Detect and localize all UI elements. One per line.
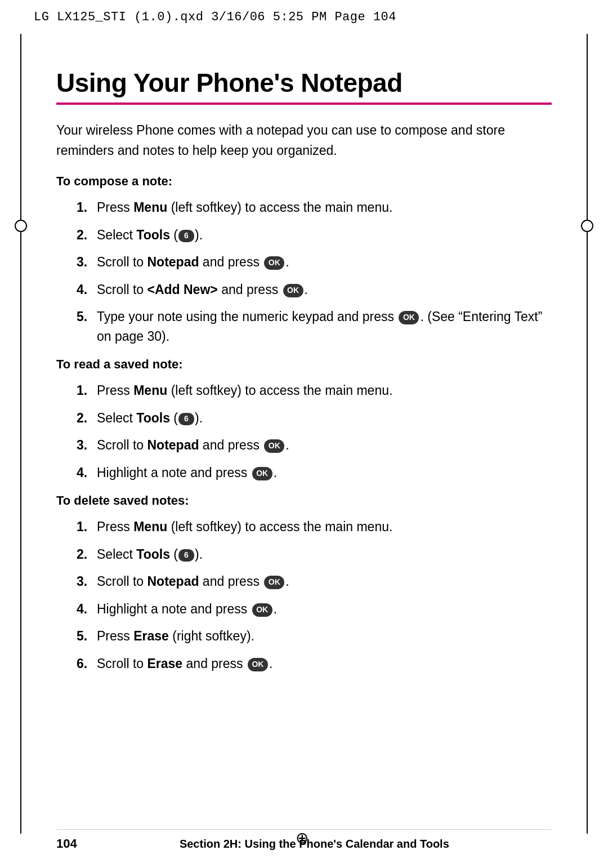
ok-button-icon: OK (264, 256, 284, 270)
list-item: 5. Press Erase (right softkey). (77, 626, 552, 646)
list-item: 2. Select Tools (6). (77, 225, 552, 245)
page-footer: 104 Section 2H: Using the Phone's Calend… (56, 829, 552, 851)
ok-button-icon: OK (252, 603, 272, 617)
list-item: 2. Select Tools (6). (77, 545, 552, 564)
intro-paragraph: Your wireless Phone comes with a notepad… (56, 121, 552, 161)
list-text: Scroll to Notepad and press OK. (97, 435, 552, 455)
list-text: Select Tools (6). (97, 545, 552, 564)
section-heading-compose: To compose a note: (56, 174, 552, 189)
list-item: 2. Select Tools (6). (77, 408, 552, 428)
list-text: Press Menu (left softkey) to access the … (97, 381, 552, 400)
list-text: Scroll to Notepad and press OK. (97, 572, 552, 591)
list-text: Press Menu (left softkey) to access the … (97, 198, 552, 217)
list-number: 5. (77, 626, 97, 646)
list-text: Select Tools (6). (97, 408, 552, 428)
list-item: 5. Type your note using the numeric keyp… (77, 307, 552, 346)
list-number: 4. (77, 599, 97, 619)
footer-page-number: 104 (56, 836, 77, 851)
circle-marker-right-1 (581, 220, 593, 232)
delete-list: 1. Press Menu (left softkey) to access t… (77, 517, 552, 673)
list-number: 4. (77, 463, 97, 483)
page-title: Using Your Phone's Notepad (56, 68, 552, 98)
list-text: Highlight a note and press OK. (97, 463, 552, 483)
list-item: 1. Press Menu (left softkey) to access t… (77, 381, 552, 400)
ok-button-icon: OK (283, 284, 303, 297)
number-badge: 6 (178, 413, 194, 425)
list-number: 5. (77, 307, 97, 327)
list-item: 4. Highlight a note and press OK. (77, 463, 552, 483)
list-item: 1. Press Menu (left softkey) to access t… (77, 517, 552, 537)
compose-list: 1. Press Menu (left softkey) to access t… (77, 198, 552, 346)
list-text: Type your note using the numeric keypad … (97, 307, 552, 346)
list-text: Select Tools (6). (97, 225, 552, 245)
ok-button-icon: OK (252, 467, 272, 480)
list-number: 2. (77, 225, 97, 245)
list-number: 2. (77, 545, 97, 564)
ok-button-icon: OK (248, 658, 268, 671)
list-number: 3. (77, 572, 97, 591)
number-badge: 6 (178, 549, 194, 562)
list-text: Press Menu (left softkey) to access the … (97, 517, 552, 537)
list-text: Scroll to Erase and press OK. (97, 654, 552, 674)
border-left (20, 34, 21, 834)
list-item: 3. Scroll to Notepad and press OK. (77, 435, 552, 455)
list-number: 6. (77, 654, 97, 674)
list-number: 1. (77, 517, 97, 537)
section-heading-read: To read a saved note: (56, 357, 552, 372)
list-item: 3. Scroll to Notepad and press OK. (77, 252, 552, 272)
read-list: 1. Press Menu (left softkey) to access t… (77, 381, 552, 482)
section-heading-delete: To delete saved notes: (56, 493, 552, 508)
list-item: 4. Highlight a note and press OK. (77, 599, 552, 619)
border-right (587, 34, 588, 834)
list-item: 6. Scroll to Erase and press OK. (77, 654, 552, 674)
ok-button-icon: OK (264, 439, 284, 453)
list-text: Scroll to <Add New> and press OK. (97, 280, 552, 300)
list-item: 4. Scroll to <Add New> and press OK. (77, 280, 552, 300)
footer-section-text: Section 2H: Using the Phone's Calendar a… (77, 838, 552, 851)
content-area: Using Your Phone's Notepad Your wireless… (56, 45, 552, 812)
list-number: 3. (77, 252, 97, 272)
ok-button-icon: OK (399, 311, 419, 324)
list-text: Press Erase (right softkey). (97, 626, 552, 646)
page-container: LG LX125_STI (1.0).qxd 3/16/06 5:25 PM P… (0, 0, 608, 868)
ok-button-icon: OK (264, 576, 284, 589)
circle-marker-left-1 (15, 220, 27, 232)
list-item: 3. Scroll to Notepad and press OK. (77, 572, 552, 591)
list-text: Scroll to Notepad and press OK. (97, 252, 552, 272)
list-number: 3. (77, 435, 97, 455)
list-text: Highlight a note and press OK. (97, 599, 552, 619)
title-underline (56, 103, 552, 105)
list-number: 2. (77, 408, 97, 428)
list-number: 1. (77, 198, 97, 217)
list-item: 1. Press Menu (left softkey) to access t… (77, 198, 552, 217)
number-badge: 6 (178, 230, 194, 242)
list-number: 4. (77, 280, 97, 300)
page-header: LG LX125_STI (1.0).qxd 3/16/06 5:25 PM P… (34, 10, 574, 24)
header-text: LG LX125_STI (1.0).qxd 3/16/06 5:25 PM P… (34, 10, 396, 24)
list-number: 1. (77, 381, 97, 400)
